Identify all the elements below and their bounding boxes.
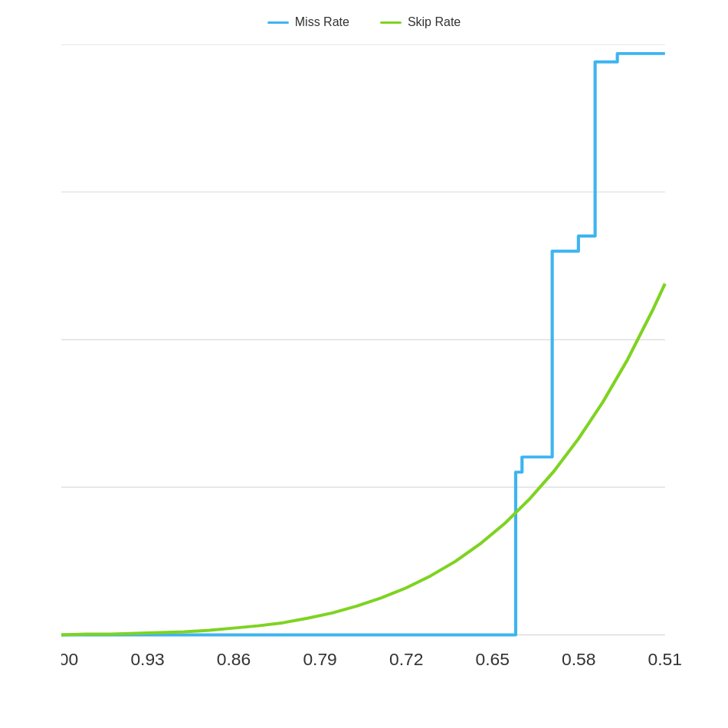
x-label-058: 0.58 <box>562 650 595 665</box>
x-label-072: 0.72 <box>389 650 423 665</box>
miss-rate-legend-label: Miss Rate <box>295 15 349 29</box>
x-label-093: 0.93 <box>130 650 164 665</box>
legend-skip-rate: Skip Rate <box>380 15 461 29</box>
skip-rate-line <box>61 284 665 635</box>
x-label-079: 0.79 <box>303 650 336 665</box>
x-label-065: 0.65 <box>476 650 510 665</box>
chart-area: 0.8 0.6 0.4 0.2 0.0 1.00 0.93 0.86 0.79 … <box>61 44 713 665</box>
chart-container: Miss Rate Skip Rate 0.8 <box>0 0 728 728</box>
miss-rate-legend-line <box>267 21 289 24</box>
miss-rate-line <box>61 54 665 635</box>
chart-svg: 0.8 0.6 0.4 0.2 0.0 1.00 0.93 0.86 0.79 … <box>61 44 713 665</box>
skip-rate-legend-label: Skip Rate <box>408 15 461 29</box>
x-label-086: 0.86 <box>217 650 251 665</box>
chart-legend: Miss Rate Skip Rate <box>15 15 713 29</box>
skip-rate-legend-line <box>380 21 402 24</box>
x-label-100: 1.00 <box>61 650 78 665</box>
x-label-051: 0.51 <box>648 650 682 665</box>
legend-miss-rate: Miss Rate <box>267 15 349 29</box>
